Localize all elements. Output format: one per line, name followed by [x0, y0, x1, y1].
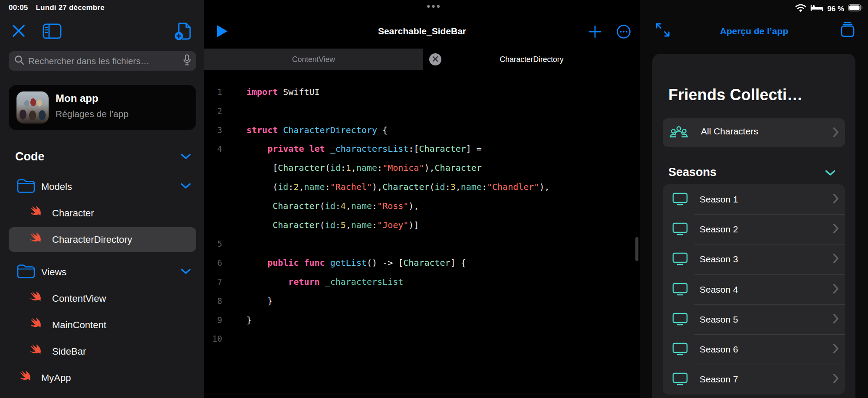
code-line[interactable]: 8 } — [204, 292, 640, 311]
ellipsis-circle-icon — [616, 33, 631, 40]
status-time: 00:05 — [9, 3, 28, 12]
file-row-sidebar[interactable]: SideBar — [0, 338, 204, 365]
line-number — [204, 178, 222, 197]
chevron-right-icon — [833, 253, 839, 265]
chevron-down-icon[interactable] — [181, 153, 191, 161]
tree-item-label: SideBar — [52, 346, 86, 357]
app-preview-pane: 96 % Aperçu de l’app Friends Collecti… A… — [640, 0, 868, 398]
search-placeholder: Rechercher dans les fichiers… — [28, 56, 183, 66]
swift-file-icon — [27, 205, 43, 222]
line-number: 8 — [204, 292, 222, 311]
tree-item-label: MyApp — [41, 372, 71, 384]
code-line[interactable]: [Character(id:1,name:"Monica"),Character — [204, 159, 640, 178]
file-row-characterdirectory[interactable]: CharacterDirectory — [0, 226, 204, 253]
file-tree: ModelsCharacterCharacterDirectoryViewsCo… — [0, 173, 204, 391]
chevron-right-icon — [833, 313, 839, 326]
chevron-down-icon[interactable] — [181, 268, 191, 276]
swift-file-icon — [27, 290, 43, 307]
code-line[interactable]: Character(id:5,name:"Joey")] — [204, 216, 640, 235]
chevron-right-icon — [833, 284, 839, 296]
app-icon — [16, 91, 49, 124]
preview-title[interactable]: Aperçu de l’app — [640, 26, 868, 36]
window-handle-dots[interactable]: ••• — [423, 3, 445, 10]
tab-characterdirectory[interactable]: CharacterDirectory — [423, 49, 640, 70]
season-row-season-1[interactable]: Season 1 — [663, 184, 845, 214]
tv-icon — [671, 311, 689, 328]
wifi-icon — [795, 3, 806, 14]
add-file-button[interactable] — [173, 20, 195, 42]
swift-file-icon — [27, 343, 43, 360]
tv-icon — [671, 191, 689, 208]
file-row-character[interactable]: Character — [0, 200, 204, 226]
all-characters-row[interactable]: All Characters — [663, 118, 845, 147]
tab-contentview[interactable]: ContentView — [204, 49, 423, 70]
code-line[interactable]: 3struct CharacterDirectory { — [204, 121, 640, 140]
chevron-right-icon — [833, 343, 839, 356]
code-editor[interactable]: 1import SwiftUI23struct CharacterDirecto… — [204, 70, 640, 349]
folder-row-views[interactable]: Views — [0, 259, 204, 285]
close-icon — [432, 55, 438, 64]
tab-close-button[interactable] — [429, 53, 441, 65]
code-line[interactable]: 7 return _charactersList — [204, 273, 640, 292]
folder-icon — [16, 264, 36, 281]
line-number: 4 — [204, 140, 222, 159]
mic-icon[interactable] — [183, 54, 191, 68]
season-label: Season 3 — [700, 254, 738, 264]
season-row-season-3[interactable]: Season 3 — [663, 245, 845, 274]
editor-scrollbar[interactable] — [635, 237, 638, 261]
seasons-collapse-chevron[interactable] — [825, 170, 835, 178]
line-number — [204, 216, 222, 235]
folder-row-models[interactable]: Models — [0, 173, 204, 200]
code-section-header[interactable]: Code — [0, 149, 204, 167]
season-row-season-2[interactable]: Season 2 — [663, 214, 845, 244]
code-line[interactable]: 1import SwiftUI — [204, 83, 640, 102]
code-line[interactable]: 5 — [204, 235, 640, 254]
app-switcher-button[interactable] — [839, 22, 856, 40]
file-browser-sidebar: 00:05Lundi 27 décembre Rechercher dans l… — [0, 0, 204, 398]
all-characters-label: All Characters — [701, 126, 758, 137]
code-editor-pane: Searchable_SideBar ContentView Character… — [204, 0, 640, 398]
chevron-right-icon — [833, 223, 839, 235]
swift-file-icon — [27, 316, 43, 334]
line-number — [204, 197, 222, 216]
app-settings-card[interactable]: Mon app Réglages de l’app — [9, 85, 196, 130]
battery-percent: 96 % — [827, 5, 844, 13]
chevron-down-icon[interactable] — [181, 183, 191, 191]
swift-file-icon — [16, 369, 33, 387]
line-number: 5 — [204, 235, 222, 254]
code-line[interactable]: 4 private let _charactersList:[Character… — [204, 140, 640, 159]
tab-label: CharacterDirectory — [500, 55, 564, 64]
season-row-season-7[interactable]: Season 7 — [663, 365, 845, 395]
seasons-header: Seasons — [668, 166, 717, 179]
chevron-right-icon — [833, 127, 839, 139]
code-line[interactable]: (id:2,name:"Rachel"),Character(id:3,name… — [204, 178, 640, 197]
status-date: Lundi 27 décembre — [36, 3, 104, 12]
search-input[interactable]: Rechercher dans les fichiers… — [9, 51, 196, 71]
chevron-right-icon — [833, 373, 839, 385]
tv-icon — [671, 221, 689, 238]
code-line[interactable]: Character(id:4,name:"Ross"), — [204, 197, 640, 216]
tab-label: ContentView — [292, 55, 335, 64]
tree-item-label: ContentView — [52, 293, 106, 304]
file-row-maincontent[interactable]: MainContent — [0, 312, 204, 338]
status-bar-left: 00:05Lundi 27 décembre — [9, 3, 105, 12]
tree-item-label: Models — [41, 181, 72, 192]
folder-icon — [16, 178, 36, 196]
sidebar-toggle-button[interactable] — [42, 23, 62, 40]
file-row-contentview[interactable]: ContentView — [0, 285, 204, 312]
close-project-button[interactable] — [11, 23, 26, 39]
season-row-season-6[interactable]: Season 6 — [663, 334, 845, 364]
code-line[interactable]: 10 — [204, 329, 640, 349]
season-row-season-5[interactable]: Season 5 — [663, 304, 845, 334]
code-line[interactable]: 9} — [204, 311, 640, 330]
app-card-title: Mon app — [56, 92, 99, 104]
line-number: 6 — [204, 254, 222, 273]
code-line[interactable]: 2 — [204, 102, 640, 121]
more-options-button[interactable] — [616, 24, 631, 41]
code-line[interactable]: 6 public func getList() -> [Character] { — [204, 254, 640, 273]
file-row-myapp[interactable]: MyApp — [0, 365, 204, 391]
code-section-label: Code — [15, 150, 45, 163]
season-row-season-4[interactable]: Season 4 — [663, 274, 845, 304]
add-tab-button[interactable] — [588, 25, 602, 40]
tree-item-label: CharacterDirectory — [52, 234, 132, 245]
